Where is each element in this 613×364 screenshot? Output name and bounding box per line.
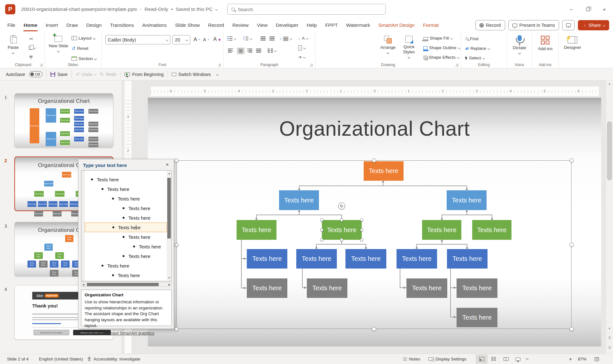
slide-number-indicator[interactable]: Slide 2 of 4	[7, 354, 29, 364]
org-node-gr2[interactable]: Texts here	[307, 278, 347, 298]
justify-button[interactable]	[256, 49, 261, 53]
clipboard-dialog-launcher-icon[interactable]	[40, 64, 42, 66]
tab-insert[interactable]: Insert	[42, 19, 62, 32]
org-node-g3[interactable]: Texts here	[422, 220, 461, 240]
normal-view-button[interactable]	[476, 354, 488, 364]
tab-file[interactable]: File	[3, 19, 19, 32]
slide-title[interactable]: Organizational Chart	[231, 117, 518, 140]
selection-handle[interactable]	[570, 327, 574, 331]
selection-handle[interactable]	[570, 158, 574, 163]
line-spacing-button[interactable]: ↕	[280, 36, 292, 41]
org-node-b1[interactable]: Texts here	[247, 249, 287, 269]
fit-to-window-button[interactable]	[594, 354, 599, 364]
tab-smartart-design[interactable]: SmartArt Design	[374, 19, 419, 32]
increase-indent-button[interactable]	[269, 36, 275, 41]
language-indicator[interactable]: English (United States)	[39, 354, 83, 364]
tab-transitions[interactable]: Transitions	[106, 19, 138, 32]
undo-button[interactable]: ↺Undo	[76, 72, 96, 77]
org-node-gr3[interactable]: Texts here	[406, 278, 447, 298]
quick-styles-button[interactable]: Quick Styles	[399, 36, 419, 58]
scroll-down-icon[interactable]: ▼	[606, 327, 613, 330]
chevron-down-icon[interactable]	[215, 8, 218, 11]
org-node-gr5[interactable]: Texts here	[457, 308, 497, 327]
designer-button[interactable]: Designer	[563, 36, 582, 50]
learn-more-link[interactable]: Learn more about SmartArt graphics	[85, 331, 154, 336]
arrange-button[interactable]: Arrange	[379, 36, 397, 54]
shape-selection-handle[interactable]	[320, 218, 323, 222]
text-pane-item[interactable]: Texts here	[85, 223, 167, 232]
tab-animations[interactable]: Animations	[138, 19, 171, 32]
tab-view[interactable]: View	[253, 19, 272, 32]
tab-watermark[interactable]: Watermark	[342, 19, 374, 32]
autosave-toggle[interactable]: Off	[29, 71, 42, 77]
paragraph-dialog-launcher-icon[interactable]	[310, 64, 313, 66]
shape-selection-handle[interactable]	[360, 218, 363, 222]
shape-selection-handle[interactable]	[320, 238, 323, 241]
shape-selection-handle[interactable]	[340, 238, 343, 241]
dictate-button[interactable]: Dictate	[511, 35, 527, 54]
tab-home[interactable]: Home	[19, 19, 42, 32]
redo-button[interactable]: ↻Redo	[100, 72, 117, 77]
text-pane-item[interactable]: Texts here	[85, 232, 167, 242]
present-in-teams-button[interactable]: Present in Teams	[508, 20, 559, 30]
scroll-left-icon[interactable]: ◀	[82, 283, 84, 286]
copy-button[interactable]	[29, 46, 35, 50]
org-node-gr4[interactable]: Texts here	[457, 278, 497, 298]
powerpoint-app-icon[interactable]: P	[5, 4, 15, 14]
shape-selection-handle[interactable]	[360, 228, 363, 231]
decrease-indent-button[interactable]	[261, 36, 266, 41]
previous-slide-button[interactable]	[607, 335, 612, 342]
tab-fppt[interactable]: FPPT	[321, 19, 342, 32]
text-pane-item[interactable]: Texts here	[85, 261, 167, 270]
align-left-button[interactable]	[228, 49, 233, 53]
new-slide-button[interactable]: New Slide	[49, 36, 68, 52]
columns-button[interactable]	[268, 49, 276, 53]
reset-button[interactable]: ↺Reset	[72, 46, 88, 51]
org-node-b3[interactable]: Texts here	[345, 249, 386, 269]
text-pane-vscroll-thumb[interactable]	[167, 178, 171, 239]
text-pane-vscrollbar[interactable]: ▲ ▼	[167, 171, 171, 281]
font-size-combo[interactable]: 20	[172, 35, 190, 44]
shape-effects-button[interactable]: Shape Effects	[423, 55, 459, 60]
org-node-g1[interactable]: Texts here	[237, 220, 276, 240]
text-pane-close-button[interactable]: ×	[164, 162, 170, 168]
shape-selection-handle[interactable]	[360, 238, 363, 241]
text-pane-item[interactable]: Texts here	[85, 175, 167, 184]
switch-windows-button[interactable]: Switch Windows	[172, 72, 211, 77]
bullets-button[interactable]	[227, 36, 236, 41]
text-pane-item[interactable]: Texts here	[85, 251, 167, 261]
zoom-in-button[interactable]: +	[569, 354, 572, 364]
selection-handle[interactable]	[174, 327, 178, 331]
text-pane-item[interactable]: Texts here	[85, 242, 167, 251]
find-button[interactable]: Find	[465, 36, 478, 41]
tab-help[interactable]: Help	[303, 19, 321, 32]
search-input[interactable]	[238, 7, 334, 12]
tab-developer[interactable]: Developer	[272, 19, 303, 32]
section-button[interactable]: Section	[72, 56, 96, 61]
org-node-b5[interactable]: Texts here	[447, 249, 488, 269]
font-name-combo[interactable]: Calibri (Body)	[105, 35, 170, 44]
text-pane-hscroll-thumb[interactable]	[87, 283, 159, 286]
decrease-font-button[interactable]: A˅	[203, 37, 209, 42]
reading-view-button[interactable]	[500, 354, 512, 364]
close-button[interactable]: ×	[597, 0, 612, 19]
search-box[interactable]	[227, 4, 386, 15]
text-pane-item[interactable]: Texts here	[85, 270, 167, 280]
tab-format[interactable]: Format	[419, 19, 443, 32]
text-pane-hscrollbar[interactable]: ◀ ▶	[81, 282, 172, 287]
format-painter-button[interactable]	[29, 56, 33, 59]
tab-review[interactable]: Review	[228, 19, 253, 32]
selection-handle[interactable]	[174, 243, 178, 247]
scroll-down-icon[interactable]: ▼	[168, 277, 170, 279]
selection-handle[interactable]	[372, 158, 376, 163]
clear-formatting-button[interactable]: A◆	[213, 36, 221, 42]
qat-overflow-button[interactable]	[216, 73, 219, 75]
notes-button[interactable]: Notes	[403, 354, 420, 364]
align-right-button[interactable]	[247, 49, 252, 53]
slideshow-view-button[interactable]	[512, 354, 524, 364]
text-pane-item[interactable]: Texts here	[85, 213, 167, 223]
vertical-scrollbar[interactable]: ▲ ▼	[606, 80, 613, 354]
display-settings-button[interactable]: Display Settings	[428, 354, 466, 364]
org-node-root[interactable]: Texts here	[364, 161, 404, 181]
shape-selection-handle[interactable]	[340, 218, 343, 222]
